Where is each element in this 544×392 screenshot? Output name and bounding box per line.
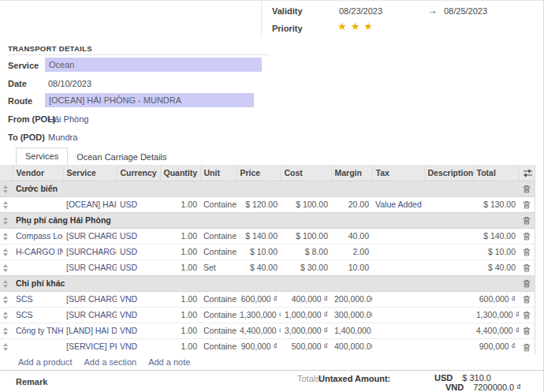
cell-cost[interactable]: 1,000,000 ₫ [281, 307, 331, 323]
drag-handle[interactable] [0, 338, 13, 354]
header-quantity[interactable]: Quantity [160, 165, 200, 181]
cell-service[interactable]: [SUR CHARGE] ... [63, 228, 117, 244]
cell-cost[interactable]: $ 100.00 [281, 228, 331, 244]
cell-tax[interactable] [372, 291, 424, 307]
cell-currency[interactable]: USD [117, 196, 160, 212]
cell-total[interactable]: $ 140.00 [473, 228, 519, 244]
delete-row-button[interactable] [519, 338, 535, 354]
table-row[interactable]: Công ty TNHH ... [LAND] HAI DU... VND 1.… [0, 323, 535, 338]
cell-price[interactable]: 4,400,000 ₫ [237, 323, 281, 338]
cell-total[interactable]: $ 130.00 [473, 196, 519, 212]
header-description[interactable]: Description [424, 165, 473, 181]
cell-margin[interactable]: 400,000.00 [331, 338, 372, 354]
cell-service[interactable]: [LAND] HAI DU... [63, 323, 117, 338]
header-service[interactable]: Service [63, 165, 117, 181]
cell-unit[interactable]: Set [200, 259, 237, 275]
cell-description[interactable] [424, 259, 473, 275]
validity-from-date[interactable]: 08/23/2023 [339, 6, 382, 16]
table-row[interactable]: [SUR CHARGE] ... USD 1.00 Set $ 40.00 $ … [0, 259, 535, 275]
cell-tax[interactable]: Value Added Ta... [372, 196, 424, 212]
optional-columns-toggle[interactable] [519, 165, 535, 181]
header-tax[interactable]: Tax [372, 165, 424, 181]
cell-service[interactable]: [SERVICE] PHYT... [63, 338, 117, 354]
table-row[interactable]: Compass Logist... [SUR CHARGE] ... USD 1… [0, 228, 535, 244]
cell-cost[interactable]: $ 30.00 [281, 259, 331, 275]
cell-tax[interactable] [372, 228, 424, 244]
drag-handle[interactable] [0, 181, 13, 196]
delete-row-button[interactable] [519, 323, 535, 338]
cell-vendor[interactable]: Compass Logist... [13, 228, 63, 244]
header-price[interactable]: Price [237, 165, 281, 181]
section-row[interactable]: Phụ phí cảng Hải Phòng [0, 212, 535, 228]
pod-value[interactable]: Mundra [48, 133, 77, 142]
cell-price[interactable]: $ 10.00 [237, 244, 281, 259]
cell-service[interactable]: [SURCHARGE] S... [63, 244, 117, 259]
drag-handle[interactable] [0, 323, 13, 338]
service-field[interactable]: Ocean [45, 58, 262, 72]
tab-ocean-carriage-details[interactable]: Ocean Carriage Details [68, 149, 175, 166]
cell-quantity[interactable]: 1.00 [160, 228, 200, 244]
cell-service[interactable]: [OCEAN] HAI P... [63, 196, 117, 212]
cell-margin[interactable]: 20.00 [331, 196, 372, 212]
drag-handle[interactable] [0, 212, 13, 228]
delete-row-button[interactable] [519, 212, 535, 228]
cell-tax[interactable] [372, 307, 424, 323]
delete-row-button[interactable] [519, 228, 535, 244]
cell-total[interactable]: $ 40.00 [473, 259, 519, 275]
cell-cost[interactable]: 3,000,000 ₫ [281, 323, 331, 338]
cell-price[interactable]: 1,300,000 ₫ [237, 307, 281, 323]
priority-stars-icon[interactable]: ★★★ [337, 21, 377, 32]
drag-handle[interactable] [0, 291, 13, 307]
cell-quantity[interactable]: 1.00 [160, 291, 200, 307]
cell-description[interactable] [424, 196, 473, 212]
cell-tax[interactable] [372, 259, 424, 275]
cell-vendor[interactable] [13, 259, 63, 275]
cell-currency[interactable]: VND [117, 338, 160, 354]
cell-unit[interactable]: Container [200, 338, 237, 354]
header-vendor[interactable]: Vendor [13, 165, 63, 181]
cell-cost[interactable]: $ 100.00 [281, 196, 331, 212]
cell-description[interactable] [424, 291, 473, 307]
delete-row-button[interactable] [519, 181, 535, 196]
cell-total[interactable]: 4,400,000 ₫ [473, 323, 519, 338]
header-margin[interactable]: Margin [331, 165, 372, 181]
delete-row-button[interactable] [519, 307, 535, 323]
pol-value[interactable]: Hải Phòng [48, 114, 88, 124]
header-currency[interactable]: Currency [117, 165, 160, 181]
section-row[interactable]: Cước biển [0, 181, 535, 196]
cell-vendor[interactable]: H-CARGO INTE... [13, 244, 63, 259]
add-note-link[interactable]: Add a note [148, 357, 190, 367]
section-title[interactable]: Phụ phí cảng Hải Phòng [13, 212, 519, 228]
cell-unit[interactable]: Container [200, 291, 237, 307]
cell-service[interactable]: [SUR CHARGE] ... [63, 259, 117, 275]
cell-description[interactable] [424, 323, 473, 338]
cell-total[interactable]: 1,300,000 ₫ [473, 307, 519, 323]
route-field[interactable]: [OCEAN] HẢI PHÒNG - MUNDRA [45, 93, 254, 107]
cell-price[interactable]: $ 140.00 [237, 228, 281, 244]
cell-vendor[interactable] [13, 196, 63, 212]
cell-quantity[interactable]: 1.00 [160, 259, 200, 275]
cell-margin[interactable]: 2.00 [331, 244, 372, 259]
delete-row-button[interactable] [519, 275, 535, 291]
cell-description[interactable] [424, 244, 473, 259]
cell-price[interactable]: 600,000 ₫ [237, 291, 281, 307]
delete-row-button[interactable] [519, 291, 535, 307]
cell-quantity[interactable]: 1.00 [160, 196, 200, 212]
cell-margin[interactable]: 40.00 [331, 228, 372, 244]
cell-tax[interactable] [372, 244, 424, 259]
section-title[interactable]: Chi phí khác [13, 275, 519, 291]
drag-handle[interactable] [0, 275, 13, 291]
cell-unit[interactable]: Container [200, 228, 237, 244]
section-row[interactable]: Chi phí khác [0, 275, 535, 291]
header-total[interactable]: Total [473, 165, 519, 181]
cell-tax[interactable] [372, 323, 424, 338]
drag-handle[interactable] [0, 244, 13, 259]
cell-price[interactable]: $ 120.00 [237, 196, 281, 212]
section-title[interactable]: Cước biển [13, 181, 519, 196]
cell-currency[interactable]: VND [117, 291, 160, 307]
drag-handle[interactable] [0, 228, 13, 244]
cell-vendor[interactable]: Công ty TNHH ... [13, 323, 63, 338]
cell-currency[interactable]: VND [117, 323, 160, 338]
cell-cost[interactable]: 500,000 ₫ [281, 338, 331, 354]
drag-handle[interactable] [0, 307, 13, 323]
